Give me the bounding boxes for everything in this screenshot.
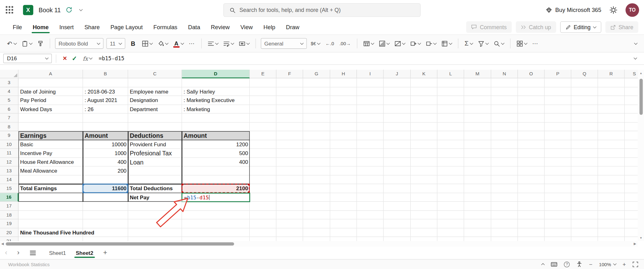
column-header-M[interactable]: M — [464, 70, 491, 78]
merge-cells-button[interactable] — [238, 39, 250, 48]
sheet-tab-sheet1[interactable]: Sheet1 — [44, 247, 71, 259]
column-header-E[interactable]: E — [250, 70, 276, 78]
cell-B15[interactable]: 11600 — [83, 184, 128, 193]
sort-filter-button[interactable] — [477, 39, 489, 48]
sheet-area[interactable]: Date of Joining: 2018-06-23Employee name… — [0, 70, 638, 241]
find-button[interactable] — [492, 39, 505, 48]
wrap-text-button[interactable] — [222, 39, 235, 48]
cell-A12[interactable]: House Rent Allowance — [19, 158, 83, 166]
horizontal-scrollbar-thumb[interactable] — [6, 242, 234, 245]
row-header-13[interactable]: 13 — [0, 166, 19, 175]
cell-B12[interactable]: 400 — [83, 158, 128, 166]
scroll-left-icon[interactable]: ◀ — [1, 242, 4, 246]
title-chevron-down-icon[interactable] — [79, 8, 83, 11]
cell-D9[interactable]: Amount — [182, 131, 250, 140]
sheet-view-button[interactable] — [515, 39, 528, 48]
cell-B5[interactable]: : August 2021 — [83, 96, 128, 105]
catch-up-button[interactable]: Catch up — [516, 21, 556, 33]
cell-D10[interactable]: 1200 — [182, 140, 250, 149]
more-font-options-button[interactable]: ⋯ — [187, 39, 196, 48]
menu-tab-home[interactable]: Home — [27, 20, 54, 35]
column-header-D[interactable]: D — [182, 70, 250, 78]
collapse-ribbon-button[interactable] — [633, 42, 638, 46]
row-header-4[interactable]: 4 — [0, 87, 19, 96]
column-header-A[interactable]: A — [19, 70, 83, 78]
fill-color-button[interactable] — [157, 39, 169, 48]
row-header-5[interactable]: 5 — [0, 96, 19, 105]
row-header-3[interactable]: 3 — [0, 78, 19, 87]
conditional-formatting-button[interactable] — [378, 39, 391, 48]
accessibility-icon[interactable] — [576, 261, 583, 267]
row-header-12[interactable]: 12 — [0, 158, 19, 166]
menu-tab-share[interactable]: Share — [79, 20, 105, 35]
row-header-18[interactable]: 18 — [0, 211, 19, 219]
cell-C9[interactable]: Deductions — [128, 131, 182, 140]
row-header-14[interactable]: 14 — [0, 175, 19, 184]
cell-A9[interactable]: Earnings — [19, 131, 83, 140]
menu-tab-draw[interactable]: Draw — [280, 20, 305, 35]
menu-tab-view[interactable]: View — [235, 20, 258, 35]
confirm-entry-button[interactable]: ✓ — [69, 55, 80, 62]
font-size-select[interactable]: 11 — [106, 38, 125, 49]
column-header-J[interactable]: J — [384, 70, 411, 78]
avatar[interactable]: TO — [625, 3, 639, 17]
cell-D5[interactable]: : Marketing Executive — [182, 96, 250, 105]
font-color-button[interactable]: A — [172, 39, 185, 48]
cell-C11[interactable]: Profesional Tax — [128, 149, 182, 158]
column-header-N[interactable]: N — [491, 70, 518, 78]
buy-microsoft-365-button[interactable]: Buy Microsoft 365 — [546, 7, 601, 13]
zoom-out-button[interactable]: − — [589, 261, 592, 267]
column-header-R[interactable]: R — [598, 70, 625, 78]
menu-tab-formulas[interactable]: Formulas — [148, 20, 183, 35]
row-header-17[interactable]: 17 — [0, 202, 19, 211]
scroll-up-icon[interactable]: ▲ — [640, 72, 642, 75]
column-header-H[interactable]: H — [330, 70, 357, 78]
zoom-in-button[interactable]: + — [623, 261, 626, 267]
row-header-7[interactable]: 7 — [0, 114, 19, 122]
column-header-K[interactable]: K — [411, 70, 437, 78]
cell-C16[interactable]: Net Pay — [128, 193, 182, 202]
expand-formula-bar-icon[interactable] — [634, 56, 637, 60]
column-header-Q[interactable]: Q — [571, 70, 598, 78]
cell-B13[interactable]: 200 — [83, 166, 128, 175]
format-as-table-button[interactable] — [362, 39, 375, 48]
cell-A11[interactable]: Incentive Pay — [19, 149, 83, 158]
cell-B11[interactable]: 1000 — [83, 149, 128, 158]
menu-tab-page-layout[interactable]: Page Layout — [105, 20, 148, 35]
row-header-6[interactable]: 6 — [0, 105, 19, 114]
menu-tab-insert[interactable]: Insert — [54, 20, 79, 35]
column-header-F[interactable]: F — [276, 70, 303, 78]
delete-cells-button[interactable] — [425, 39, 437, 48]
app-launcher-icon[interactable] — [6, 6, 13, 14]
column-header-P[interactable]: P — [545, 70, 571, 78]
format-painter-button[interactable] — [36, 39, 44, 48]
font-name-select[interactable]: Roboto Bold — [55, 38, 103, 49]
menu-tab-review[interactable]: Review — [206, 20, 235, 35]
increase-decimal-button[interactable]: .00→ — [338, 40, 352, 47]
cell-B4[interactable]: : 2018-06-23 — [83, 87, 128, 96]
name-box[interactable]: D16 — [3, 54, 52, 63]
format-cells-button[interactable] — [440, 39, 453, 48]
cell-D11[interactable]: 500 — [182, 149, 250, 158]
currency-format-button[interactable]: $€ — [309, 40, 321, 47]
vertical-scrollbar-thumb[interactable] — [639, 79, 642, 115]
cell-B9[interactable]: Amount — [83, 131, 128, 140]
cancel-entry-button[interactable]: × — [60, 54, 69, 62]
cell-C4[interactable]: Employee name — [128, 87, 182, 96]
cell-C5[interactable]: Designation — [128, 96, 182, 105]
row-header-20[interactable]: 20 — [0, 228, 19, 237]
scroll-right-icon[interactable]: ▶ — [634, 242, 636, 246]
column-header-O[interactable]: O — [518, 70, 545, 78]
undo-button[interactable]: ↶ — [6, 39, 17, 48]
row-header-11[interactable]: 11 — [0, 149, 19, 158]
cell-A4[interactable]: Date of Joining — [19, 87, 83, 96]
horizontal-scrollbar[interactable]: ◀ ▶ — [0, 241, 638, 247]
more-ribbon-options-button[interactable]: ⋯ — [531, 39, 540, 48]
sheet-tab-sheet2[interactable]: Sheet2 — [71, 247, 98, 259]
insert-function-button[interactable]: fx — [80, 55, 90, 62]
number-format-select[interactable]: General — [261, 38, 307, 49]
workbook-statistics-button[interactable]: Workbook Statistics — [8, 262, 50, 267]
menu-tab-help[interactable]: Help — [258, 20, 281, 35]
workbook-title[interactable]: Book 11 — [39, 6, 61, 13]
search-bar[interactable]: Search for tools, help, and more (Alt + … — [224, 3, 421, 17]
